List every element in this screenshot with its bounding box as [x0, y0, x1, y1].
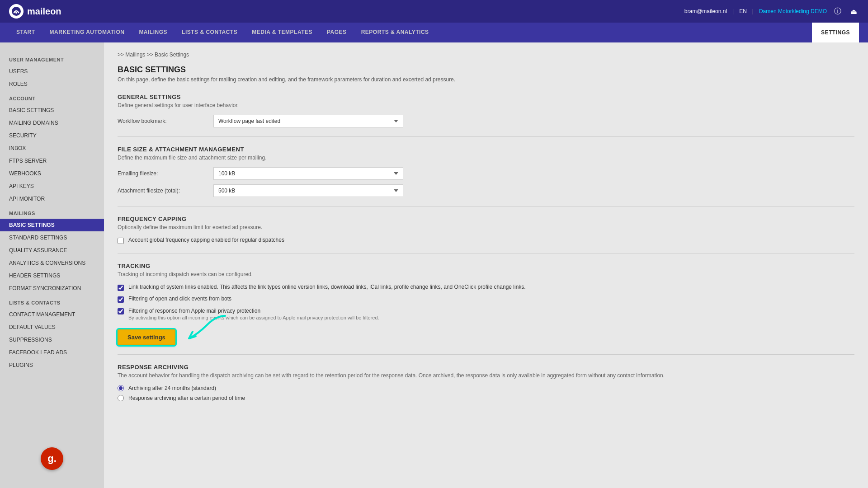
- sidebar-item-inbox[interactable]: INBOX: [0, 142, 104, 155]
- archiving-custom-radio[interactable]: [118, 395, 124, 401]
- sidebar-item-contact-management[interactable]: CONTACT MANAGEMENT: [0, 308, 104, 321]
- breadcrumb: >> Mailings >> Basic Settings: [118, 52, 854, 58]
- account-link[interactable]: Damen Motorkleding DEMO: [759, 8, 827, 14]
- apple-privacy-checkbox[interactable]: [118, 308, 124, 314]
- attachment-filesize-row: Attachment filesize (total): 100 kB 200 …: [118, 184, 854, 197]
- frequency-title: FREQUENCY CAPPING: [118, 216, 854, 222]
- frequency-desc: Optionally define the maximum limit for …: [118, 224, 854, 230]
- bot-filtering-checkbox[interactable]: [118, 296, 124, 303]
- save-button-wrapper: Save settings: [118, 325, 175, 345]
- power-icon[interactable]: ⏏: [849, 5, 859, 18]
- archiving-custom-label: Response archiving after a certain perio…: [128, 395, 245, 401]
- nav-marketing-automation[interactable]: MARKETING AUTOMATION: [42, 23, 132, 42]
- frequency-capping-label: Account global frequency capping enabled…: [128, 237, 284, 243]
- sidebar: USER MANAGEMENT USERS ROLES ACCOUNT BASI…: [0, 42, 104, 488]
- sidebar-item-api-keys[interactable]: API KEYS: [0, 180, 104, 192]
- divider-1: [118, 136, 854, 137]
- logo-area: maileon: [9, 4, 61, 19]
- sidebar-item-format-sync[interactable]: FORMAT SYNCRONIZATION: [0, 282, 104, 295]
- sidebar-item-users[interactable]: USERS: [0, 65, 104, 78]
- sidebar-item-webhooks[interactable]: WEBHOOKS: [0, 167, 104, 180]
- archiving-24months-radio[interactable]: [118, 385, 124, 391]
- nav-mailings[interactable]: MAILINGS: [132, 23, 175, 42]
- archiving-radio-row-2: Response archiving after a certain perio…: [118, 395, 854, 401]
- sidebar-item-ftps[interactable]: FTPS SERVER: [0, 155, 104, 167]
- tracking-checkbox-row-2: Filtering of open and click events from …: [118, 296, 854, 303]
- archiving-radio-row-1: Archiving after 24 months (standard): [118, 385, 854, 391]
- nav-media-templates[interactable]: MEDIA & TEMPLATES: [245, 23, 320, 42]
- emailing-filesize-label: Emailing filesize:: [118, 170, 208, 177]
- help-icon[interactable]: ⓘ: [832, 5, 843, 18]
- workflow-bookmark-label: Workflow bookmark:: [118, 118, 208, 124]
- attachment-filesize-select[interactable]: 100 kB 200 kB 500 kB 1 MB: [213, 184, 403, 197]
- breadcrumb-basic-settings: >> Basic Settings: [147, 52, 189, 58]
- tracking-title: TRACKING: [118, 263, 854, 269]
- sidebar-item-api-monitor[interactable]: API MONITOR: [0, 192, 104, 205]
- user-email: bram@maileon.nl: [684, 8, 727, 14]
- svg-point-1: [15, 12, 17, 14]
- page-description: On this page, define the basic settings …: [118, 76, 854, 83]
- sidebar-item-roles[interactable]: ROLES: [0, 78, 104, 90]
- main-layout: USER MANAGEMENT USERS ROLES ACCOUNT BASI…: [0, 42, 868, 488]
- frequency-capping-row: Account global frequency capping enabled…: [118, 237, 854, 244]
- nav-bar: START MARKETING AUTOMATION MAILINGS LIST…: [0, 23, 868, 42]
- nav-pages[interactable]: PAGES: [320, 23, 354, 42]
- sidebar-section-mailings: MAILINGS: [0, 205, 104, 219]
- tracking-desc: Tracking of incoming dispatch events can…: [118, 271, 854, 277]
- archiving-24months-label: Archiving after 24 months (standard): [128, 385, 216, 391]
- bot-filtering-label: Filtering of open and click events from …: [128, 296, 231, 302]
- attachment-filesize-label: Attachment filesize (total):: [118, 188, 208, 194]
- sidebar-item-header-settings[interactable]: HEADER SETTINGS: [0, 269, 104, 282]
- sidebar-item-suppressions[interactable]: SUPPRESSIONS: [0, 333, 104, 346]
- tracking-checkbox-row-1: Link tracking of system links enabled. T…: [118, 284, 854, 291]
- sidebar-item-account-basic[interactable]: BASIC SETTINGS: [0, 104, 104, 117]
- sidebar-section-lists-contacts: LISTS & CONTACTS: [0, 295, 104, 308]
- sidebar-item-facebook-lead-ads[interactable]: FACEBOOK LEAD ADS: [0, 346, 104, 359]
- emailing-filesize-select[interactable]: 100 kB 200 kB 500 kB 1 MB: [213, 167, 403, 180]
- main-content: >> Mailings >> Basic Settings BASIC SETT…: [104, 42, 868, 488]
- grout-logo: g.: [41, 447, 63, 470]
- link-tracking-checkbox[interactable]: [118, 285, 124, 291]
- divider-3: [118, 253, 854, 253]
- archiving-desc: The account behavior for handling the di…: [118, 372, 854, 379]
- lang-selector[interactable]: EN: [739, 8, 747, 14]
- frequency-capping-checkbox[interactable]: [118, 238, 124, 244]
- top-right-area: bram@maileon.nl | EN | Damen Motorkledin…: [684, 5, 859, 18]
- filesize-desc: Define the maximum file size and attachm…: [118, 155, 854, 161]
- sidebar-section-user-management: USER MANAGEMENT: [0, 52, 104, 65]
- logo-icon: [9, 4, 24, 19]
- workflow-bookmark-select[interactable]: Workflow page last edited Workflow page …: [213, 115, 403, 127]
- emailing-filesize-row: Emailing filesize: 100 kB 200 kB 500 kB …: [118, 167, 854, 180]
- page-title: BASIC SETTINGS: [118, 65, 854, 75]
- top-bar: maileon bram@maileon.nl | EN | Damen Mot…: [0, 0, 868, 23]
- tracking-checkbox-row-3: Filtering of response from Apple mail pr…: [118, 307, 854, 320]
- divider-2: [118, 206, 854, 206]
- sidebar-item-analytics-conversions[interactable]: ANALYTICS & CONVERSIONS: [0, 257, 104, 269]
- sidebar-item-standard-settings[interactable]: STANDARD SETTINGS: [0, 231, 104, 244]
- sidebar-item-default-values[interactable]: DEFAULT VALUES: [0, 321, 104, 333]
- workflow-bookmark-row: Workflow bookmark: Workflow page last ed…: [118, 115, 854, 127]
- sidebar-item-plugins[interactable]: PLUGINS: [0, 359, 104, 371]
- nav-lists-contacts[interactable]: LISTS & CONTACTS: [175, 23, 245, 42]
- general-settings-title: GENERAL SETTINGS: [118, 94, 854, 100]
- apple-privacy-label: Filtering of response from Apple mail pr…: [128, 308, 260, 314]
- nav-settings[interactable]: SETTINGS: [812, 23, 859, 42]
- sidebar-item-quality-assurance[interactable]: QUALITY ASSURANCE: [0, 244, 104, 257]
- save-settings-button[interactable]: Save settings: [118, 329, 175, 345]
- apple-privacy-sub: By activating this option all incoming e…: [128, 315, 379, 320]
- nav-reports-analytics[interactable]: REPORTS & ANALYTICS: [354, 23, 436, 42]
- sidebar-item-mailing-domains[interactable]: MAILING DOMAINS: [0, 117, 104, 129]
- general-settings-desc: Define general settings for user interfa…: [118, 102, 854, 108]
- sidebar-section-account: ACCOUNT: [0, 90, 104, 104]
- filesize-title: FILE SIZE & ATTACHMENT MANAGEMENT: [118, 146, 854, 153]
- nav-start[interactable]: START: [9, 23, 42, 42]
- divider-4: [118, 354, 854, 355]
- link-tracking-label: Link tracking of system links enabled. T…: [128, 284, 526, 290]
- archiving-title: RESPONSE ARCHIVING: [118, 364, 854, 371]
- breadcrumb-mailings[interactable]: >> Mailings: [118, 52, 145, 58]
- sidebar-item-basic-settings[interactable]: BASIC SETTINGS: [0, 219, 104, 231]
- sidebar-item-security[interactable]: SECURITY: [0, 129, 104, 142]
- logo-text: maileon: [27, 6, 61, 17]
